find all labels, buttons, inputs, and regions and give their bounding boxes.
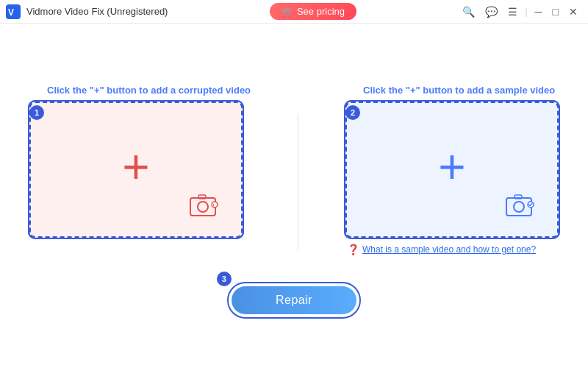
- corrupted-panel-num: 1: [29, 105, 44, 120]
- sample-hint-anchor[interactable]: What is a sample video and how to get on…: [362, 244, 536, 255]
- sample-panel-container: 2 Click the "+" button to add a sample v…: [345, 85, 559, 255]
- sample-panel-label: Click the "+" button to add a sample vid…: [345, 85, 555, 96]
- repair-button[interactable]: Repair: [232, 286, 356, 314]
- corrupted-plus-icon: +: [122, 144, 149, 191]
- repair-area: 3 Repair: [227, 282, 361, 319]
- repair-btn-wrapper: Repair: [227, 282, 361, 319]
- separator: |: [525, 7, 527, 17]
- corrupted-panel-label: Click the "+" button to add a corrupted …: [29, 85, 251, 96]
- sample-hint-link[interactable]: ❓ What is a sample video and how to get …: [345, 244, 536, 255]
- chat-button[interactable]: 💬: [481, 3, 502, 21]
- sample-plus-icon: +: [438, 144, 465, 191]
- menu-button[interactable]: ☰: [503, 3, 522, 21]
- app-logo: V: [6, 4, 21, 19]
- pricing-button[interactable]: 🛒 See pricing: [270, 3, 356, 20]
- corrupted-label-suffix: " button to add a corrupted video: [100, 85, 251, 96]
- cart-icon: 🛒: [282, 6, 293, 17]
- svg-rect-9: [514, 195, 522, 199]
- titlebar: V Vidmore Video Fix (Unregistered) 🛒 See…: [0, 0, 588, 24]
- main-content: 1 Click the "+" button to add a corrupte…: [0, 24, 588, 379]
- sample-camera-icon: [506, 192, 537, 220]
- app-title: Vidmore Video Fix (Unregistered): [26, 6, 168, 17]
- svg-rect-4: [198, 195, 206, 199]
- svg-rect-2: [190, 198, 215, 216]
- corrupted-panel-container: 1 Click the "+" button to add a corrupte…: [29, 85, 251, 238]
- sample-panel-num: 2: [345, 105, 360, 120]
- corrupted-label-prefix: Click the ": [47, 85, 94, 96]
- panels-divider: [298, 114, 298, 250]
- svg-point-8: [514, 202, 524, 212]
- corrupted-drop-zone[interactable]: + !: [29, 102, 243, 238]
- maximize-button[interactable]: □: [548, 3, 563, 21]
- svg-rect-7: [506, 198, 531, 216]
- svg-point-3: [198, 202, 208, 212]
- svg-text:!: !: [213, 203, 215, 208]
- titlebar-left: V Vidmore Video Fix (Unregistered): [6, 4, 168, 19]
- sample-label-prefix: Click the ": [363, 85, 410, 96]
- sample-plus-highlight: +: [410, 85, 416, 96]
- close-button[interactable]: ✕: [564, 3, 582, 21]
- sample-drop-zone[interactable]: +: [345, 102, 559, 238]
- corrupted-camera-icon: !: [190, 192, 220, 220]
- svg-text:V: V: [8, 7, 14, 18]
- pricing-label: See pricing: [297, 6, 345, 17]
- titlebar-pricing[interactable]: 🛒 See pricing: [270, 3, 356, 20]
- sample-label-suffix: " button to add a sample video: [416, 85, 556, 96]
- repair-num: 3: [217, 272, 232, 286]
- titlebar-controls: 🔍 💬 ☰ | ─ □ ✕: [458, 3, 582, 21]
- corrupted-plus-highlight: +: [94, 85, 100, 96]
- search-button[interactable]: 🔍: [458, 3, 479, 21]
- minimize-button[interactable]: ─: [531, 3, 547, 21]
- panels-row: 1 Click the "+" button to add a corrupte…: [29, 85, 559, 255]
- hint-question-icon: ❓: [347, 244, 359, 255]
